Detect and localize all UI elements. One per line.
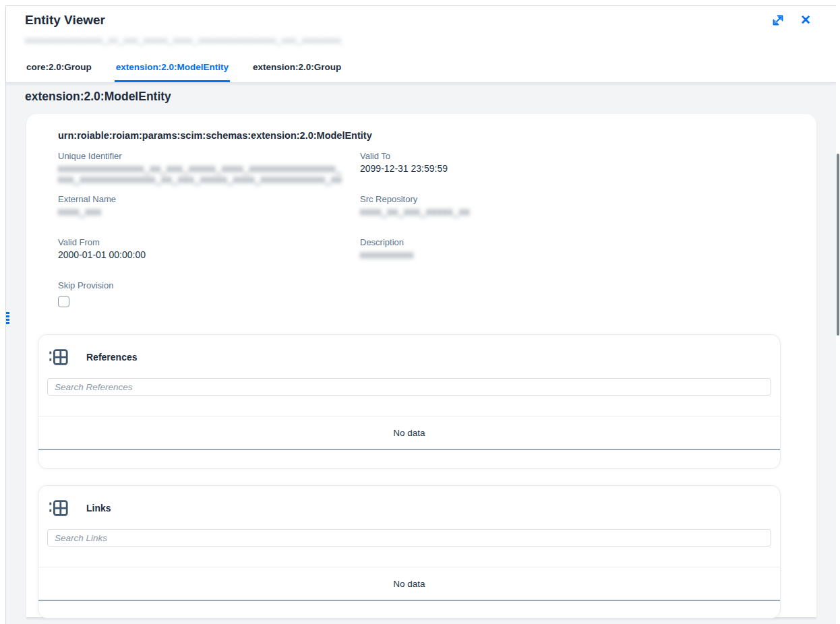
section-heading: extension:2.0:ModelEntity — [25, 90, 171, 104]
field-label: Unique Identifier — [58, 151, 347, 161]
field-label: Description — [360, 237, 417, 247]
fullscreen-icon[interactable] — [772, 14, 785, 28]
field-valid-to: Valid To 2099-12-31 23:59:59 — [360, 151, 448, 174]
references-card-header: References — [49, 347, 138, 367]
links-search-input[interactable] — [47, 529, 771, 547]
references-title: References — [86, 352, 138, 363]
dialog-header: Entity Viewer xxxxxxxxxxxxxxxx_xx_xxx_xx… — [6, 6, 836, 83]
redacted-value: xxxxxxxxxxxxxxxx_xx_xxx_xxxxx_xxxx_xxxxx… — [58, 163, 347, 185]
field-label: Skip Provision — [58, 280, 113, 290]
dialog-resize-grip[interactable] — [6, 312, 9, 324]
screen: Entity Viewer xxxxxxxxxxxxxxxx_xx_xxx_xx… — [0, 0, 840, 624]
field-label: Valid From — [58, 237, 146, 247]
field-value: 2099-12-31 23:59:59 — [360, 163, 448, 174]
field-label: Valid To — [360, 151, 448, 161]
skip-provision-checkbox[interactable] — [58, 296, 69, 307]
references-empty-row: No data — [38, 416, 780, 450]
table-view-icon — [49, 347, 69, 367]
no-data-text: No data — [393, 428, 425, 438]
tab-strip: core:2.0:Group extension:2.0:ModelEntity… — [25, 62, 342, 82]
links-title: Links — [86, 503, 111, 513]
entity-viewer-dialog: Entity Viewer xxxxxxxxxxxxxxxx_xx_xxx_xx… — [5, 5, 836, 624]
page-scrollbar-track[interactable] — [836, 0, 840, 624]
field-src-repository: Src Repository xxxx_xx_xxx_xxxxx_xx — [360, 194, 485, 220]
field-external-name: External Name xxxx_xxx — [58, 194, 116, 220]
field-unique-identifier: Unique Identifier xxxxxxxxxxxxxxxx_xx_xx… — [58, 151, 347, 187]
close-icon[interactable]: ✕ — [799, 14, 812, 28]
schema-urn-title: urn:roiable:roiam:params:scim:schemas:ex… — [58, 130, 372, 141]
references-card: References No data — [38, 334, 781, 469]
page-scrollbar-thumb[interactable] — [837, 154, 839, 336]
links-card: Links No data — [38, 485, 781, 619]
redacted-value: xxxxxxxxxx — [360, 249, 417, 260]
references-table-header-row — [38, 396, 780, 416]
links-table-header-row — [38, 547, 780, 567]
field-value: 2000-01-01 00:00:00 — [58, 249, 146, 260]
field-label: External Name — [58, 194, 116, 204]
redacted-value: xxxx_xx_xxx_xxxxx_xx — [360, 206, 485, 217]
links-empty-row: No data — [38, 567, 780, 601]
references-search-input[interactable] — [47, 378, 771, 396]
dialog-subtitle-redacted: xxxxxxxxxxxxxxxx_xx_xxx_xxxxx_xxxx_xxxxx… — [25, 36, 343, 46]
links-card-header: Links — [49, 498, 111, 518]
field-label: Src Repository — [360, 194, 485, 204]
tab-extension-group[interactable]: extension:2.0:Group — [251, 62, 342, 82]
field-valid-from: Valid From 2000-01-01 00:00:00 — [58, 237, 146, 260]
dialog-title: Entity Viewer — [25, 13, 105, 28]
tab-core-group[interactable]: core:2.0:Group — [25, 62, 93, 82]
field-skip-provision: Skip Provision — [58, 280, 113, 310]
tab-extension-modelentity[interactable]: extension:2.0:ModelEntity — [115, 62, 230, 82]
no-data-text: No data — [393, 579, 425, 589]
table-view-icon — [49, 498, 69, 518]
field-description: Description xxxxxxxxxx — [360, 237, 417, 263]
tab-content-panel: urn:roiable:roiam:params:scim:schemas:ex… — [26, 114, 816, 618]
redacted-value: xxxx_xxx — [58, 206, 104, 217]
